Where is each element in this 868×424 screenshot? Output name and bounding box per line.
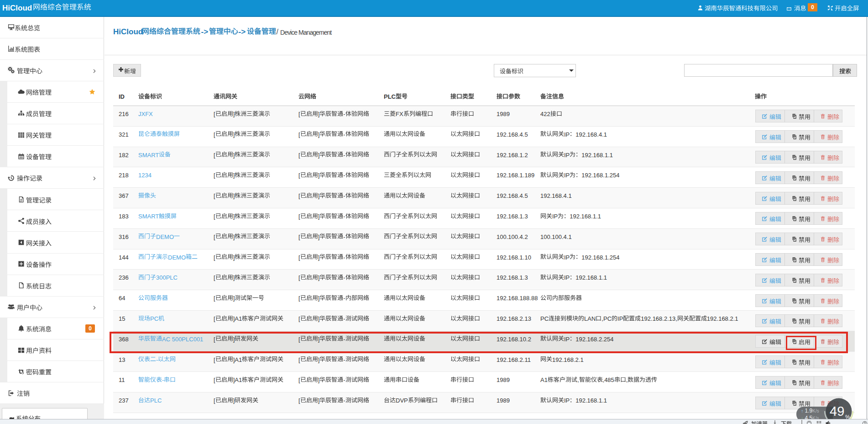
svg-text:49: 49 [830, 404, 844, 419]
